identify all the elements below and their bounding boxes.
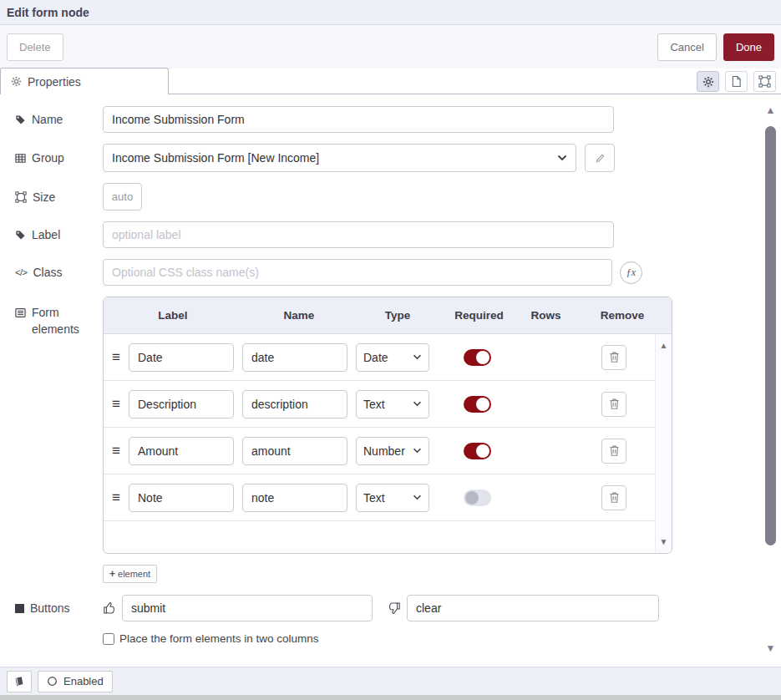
two-columns-row: Place the form elements in two columns <box>103 632 781 645</box>
cancel-button[interactable]: Cancel <box>657 33 716 61</box>
form-elements-body: ≡ Date ≡ <box>104 334 672 553</box>
drag-handle-icon[interactable]: ≡ <box>112 397 120 411</box>
remove-row-button[interactable] <box>601 485 626 510</box>
properties-panel: Name Group Income Submission Form [New I… <box>0 94 781 667</box>
chevron-down-icon <box>413 448 422 454</box>
label-input[interactable] <box>103 221 614 248</box>
properties-tab-button[interactable] <box>697 71 719 92</box>
gear-icon <box>11 76 22 87</box>
dialog-title: Edit form node <box>7 6 89 19</box>
label-field-row: Label <box>15 221 781 248</box>
scrollbar-thumb[interactable] <box>765 126 776 545</box>
column-header-type: Type <box>356 309 439 322</box>
tab-properties-label: Properties <box>28 75 81 89</box>
name-field-label: Name <box>15 113 103 126</box>
remove-row-button[interactable] <box>601 392 626 417</box>
group-field-row: Group Income Submission Form [New Income… <box>15 144 781 172</box>
element-type-select[interactable]: Text <box>356 484 429 512</box>
element-type-select[interactable]: Number <box>356 437 429 465</box>
column-header-required: Required <box>439 309 519 322</box>
tag-icon <box>15 230 26 241</box>
circle-icon <box>47 676 58 687</box>
two-columns-checkbox[interactable] <box>103 633 114 645</box>
trash-icon <box>609 398 620 410</box>
edit-form-node-dialog: Edit form node Delete Cancel Done Proper… <box>0 0 781 700</box>
appearance-frame-icon <box>758 75 771 88</box>
group-edit-button[interactable] <box>585 144 615 172</box>
table-icon <box>15 153 26 164</box>
scroll-down-icon[interactable]: ▼ <box>766 642 776 654</box>
table-scrollbar[interactable]: ▲ ▼ <box>655 334 672 553</box>
buttons-field-row: Buttons <box>15 595 781 621</box>
label-field-label: Label <box>15 228 103 241</box>
group-select[interactable]: Income Submission Form [New Income] <box>103 144 576 172</box>
name-field-row: Name <box>15 106 781 133</box>
form-elements-header: Label Name Type Required Rows Remove <box>104 297 672 334</box>
element-label-input[interactable] <box>129 390 234 418</box>
form-elements-table: Label Name Type Required Rows Remove ≡ D… <box>103 297 672 554</box>
form-elements-label: Form elements <box>15 305 103 337</box>
add-element-button[interactable]: + element <box>103 565 157 583</box>
table-row: ≡ Text <box>104 474 655 521</box>
element-label-input[interactable] <box>129 343 234 372</box>
square-icon <box>15 604 24 613</box>
node-help-button[interactable] <box>7 671 32 692</box>
submit-button-label-input[interactable] <box>122 595 373 621</box>
element-name-input[interactable] <box>242 484 347 512</box>
required-toggle[interactable] <box>464 349 491 366</box>
gear-icon <box>702 76 714 88</box>
enabled-toggle-button[interactable]: Enabled <box>38 671 113 692</box>
element-label-input[interactable] <box>129 437 234 465</box>
class-fx-button[interactable]: ƒx <box>620 261 642 284</box>
chevron-down-icon <box>557 155 567 161</box>
trash-icon <box>609 351 620 363</box>
scroll-up-icon[interactable]: ▲ <box>766 104 776 116</box>
name-input[interactable] <box>103 106 614 133</box>
done-button[interactable]: Done <box>723 33 774 61</box>
code-icon: </> <box>15 267 27 277</box>
object-group-icon <box>15 191 27 203</box>
trash-icon <box>609 491 620 504</box>
form-elements-row: Form elements Label Name Type Required R… <box>15 297 781 554</box>
class-field-row: </> Class ƒx <box>15 259 781 286</box>
scroll-up-icon[interactable]: ▲ <box>660 341 668 350</box>
tab-properties[interactable]: Properties <box>0 68 169 94</box>
class-input[interactable] <box>103 259 612 286</box>
chevron-down-icon <box>413 354 422 360</box>
enabled-label: Enabled <box>63 675 104 687</box>
required-toggle[interactable] <box>464 443 491 459</box>
table-row: ≡ Number <box>104 428 655 474</box>
plus-icon: + <box>109 568 115 580</box>
delete-button[interactable]: Delete <box>7 33 63 61</box>
drag-handle-icon[interactable]: ≡ <box>112 444 120 458</box>
element-label-input[interactable] <box>129 484 234 512</box>
column-header-name: Name <box>242 309 356 322</box>
size-auto-button[interactable]: auto <box>103 183 142 211</box>
table-row: ≡ Text <box>104 381 655 428</box>
element-name-input[interactable] <box>242 343 347 372</box>
class-field-label: </> Class <box>15 266 103 279</box>
description-tab-button[interactable] <box>725 71 748 92</box>
required-toggle[interactable] <box>464 489 491 506</box>
book-icon <box>13 676 25 687</box>
scroll-down-icon[interactable]: ▼ <box>660 537 668 546</box>
group-field-label: Group <box>15 151 103 165</box>
buttons-field-label: Buttons <box>15 601 103 615</box>
remove-row-button[interactable] <box>601 345 626 370</box>
drag-handle-icon[interactable]: ≡ <box>112 350 120 364</box>
element-type-select[interactable]: Text <box>356 390 429 418</box>
tab-icon-buttons <box>697 71 776 92</box>
remove-row-button[interactable] <box>601 439 626 464</box>
element-type-select[interactable]: Date <box>356 343 429 372</box>
clear-button-label-input[interactable] <box>407 595 659 621</box>
tag-icon <box>15 114 26 125</box>
thumbs-up-icon <box>103 601 116 615</box>
element-name-input[interactable] <box>242 437 347 465</box>
chevron-down-icon <box>413 495 422 500</box>
dialog-toolbar: Delete Cancel Done <box>0 25 781 68</box>
main-scrollbar[interactable]: ▲ ▼ <box>765 104 776 654</box>
appearance-tab-button[interactable] <box>753 71 776 92</box>
drag-handle-icon[interactable]: ≡ <box>112 490 120 505</box>
element-name-input[interactable] <box>242 390 347 418</box>
required-toggle[interactable] <box>464 396 491 413</box>
